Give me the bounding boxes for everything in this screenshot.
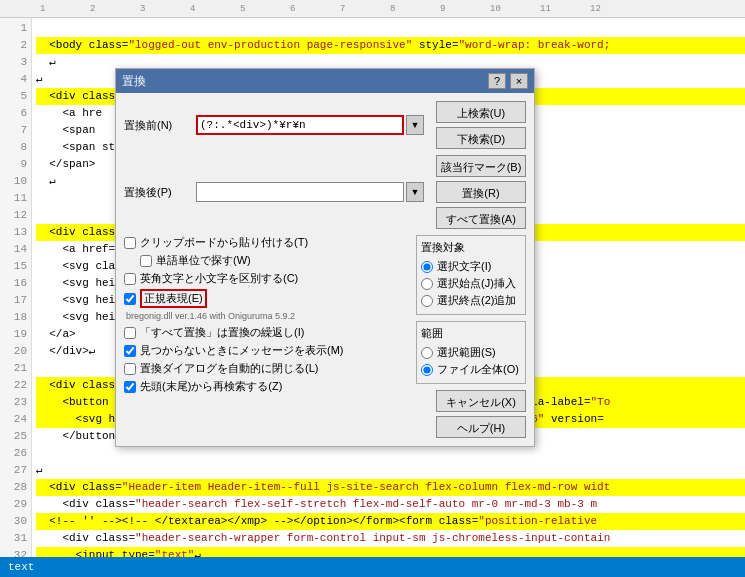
search-up-button[interactable]: 上検索(U) [436,101,526,123]
right-panel: 置換対象 選択文字(I) 選択始点(J)挿入 選択終点(2)追加 [416,235,526,438]
dialog-overlay: 置換 ? × 置換前(N) ▼ 上検索(U) 下検索(D) [0,0,745,577]
checkbox-wrap: 先頭(末尾)から再検索する(Z) [124,379,408,394]
repeat-label[interactable]: 「すべて置換」は置換の繰返し(I) [140,325,304,340]
target-selection-radio[interactable] [421,261,433,273]
msg-checkbox[interactable] [124,345,136,357]
scope-radio-selection: 選択範囲(S) [421,345,521,360]
help-button[interactable]: ヘルプ(H) [436,416,526,438]
wrap-label[interactable]: 先頭(末尾)から再検索する(Z) [140,379,282,394]
help-button-row: ヘルプ(H) [416,416,526,438]
scope-title: 範囲 [421,326,521,341]
replace-row: 置換後(P) ▼ 該当行マーク(B) 置換(R) すべて置換(A) [124,155,526,229]
replace-dropdown-button[interactable]: ▼ [406,182,424,202]
replace-button[interactable]: 置換(R) [436,181,526,203]
replace-input[interactable] [196,182,404,202]
case-checkbox[interactable] [124,273,136,285]
regex-checkbox[interactable] [124,293,136,305]
search-down-button[interactable]: 下検索(D) [436,127,526,149]
target-end-radio[interactable] [421,295,433,307]
scope-selection-label[interactable]: 選択範囲(S) [437,345,496,360]
dialog-left-panel: クリップボードから貼り付ける(T) 単語単位で探す(W) 英角文字と小文字を区別… [124,235,408,438]
replace-dialog: 置換 ? × 置換前(N) ▼ 上検索(U) 下検索(D) [115,68,535,447]
replace-input-wrapper: ▼ [196,182,424,202]
right-buttons-mid: 該当行マーク(B) 置換(R) すべて置換(A) [436,155,526,229]
target-start-radio[interactable] [421,278,433,290]
scope-file-radio[interactable] [421,364,433,376]
auto-close-checkbox[interactable] [124,363,136,375]
msg-label[interactable]: 見つからないときにメッセージを表示(M) [140,343,344,358]
regex-label[interactable]: 正規表現(E) [140,289,207,308]
auto-close-label[interactable]: 置換ダイアログを自動的に閉じる(L) [140,361,318,376]
target-title: 置換対象 [421,240,521,255]
scope-selection-radio[interactable] [421,347,433,359]
cancel-button[interactable]: キャンセル(X) [436,390,526,412]
target-end-label[interactable]: 選択終点(2)追加 [437,293,516,308]
word-label[interactable]: 単語単位で探す(W) [156,253,251,268]
checkbox-word: 単語単位で探す(W) [140,253,408,268]
replace-label: 置換後(P) [124,185,192,200]
find-row: 置換前(N) ▼ 上検索(U) 下検索(D) [124,101,526,149]
find-input-wrapper: ▼ [196,115,424,135]
clipboard-label[interactable]: クリップボードから貼り付ける(T) [140,235,308,250]
scope-group: 範囲 選択範囲(S) ファイル全体(O) [416,321,526,384]
checkbox-case: 英角文字と小文字を区別する(C) [124,271,408,286]
right-buttons-top: 上検索(U) 下検索(D) [436,101,526,149]
checkbox-msg: 見つからないときにメッセージを表示(M) [124,343,408,358]
dialog-main-area: クリップボードから貼り付ける(T) 単語単位で探す(W) 英角文字と小文字を区別… [124,235,526,438]
replace-all-button[interactable]: すべて置換(A) [436,207,526,229]
find-label: 置換前(N) [124,118,192,133]
bottom-buttons: キャンセル(X) [416,390,526,412]
checkbox-repeat: 「すべて置換」は置換の繰返し(I) [124,325,408,340]
dialog-content: 置換前(N) ▼ 上検索(U) 下検索(D) 置換後(P) ▼ 該当行 [116,93,534,446]
repeat-checkbox[interactable] [124,327,136,339]
checkbox-clipboard: クリップボードから貼り付ける(T) [124,235,408,250]
word-checkbox[interactable] [140,255,152,267]
clipboard-checkbox[interactable] [124,237,136,249]
target-radio-end: 選択終点(2)追加 [421,293,521,308]
wrap-checkbox[interactable] [124,381,136,393]
version-text: bregonig.dll ver.1.46 with Oniguruma 5.9… [126,311,408,321]
scope-file-label[interactable]: ファイル全体(O) [437,362,519,377]
target-start-label[interactable]: 選択始点(J)挿入 [437,276,516,291]
dialog-title: 置換 [122,73,146,90]
target-selection-label[interactable]: 選択文字(I) [437,259,491,274]
scope-radio-file: ファイル全体(O) [421,362,521,377]
dialog-help-button[interactable]: ? [488,73,506,89]
dialog-title-buttons: ? × [488,73,528,89]
case-label[interactable]: 英角文字と小文字を区別する(C) [140,271,298,286]
find-dropdown-button[interactable]: ▼ [406,115,424,135]
find-input[interactable] [196,115,404,135]
target-radio-selection: 選択文字(I) [421,259,521,274]
dialog-titlebar: 置換 ? × [116,69,534,93]
mark-line-button[interactable]: 該当行マーク(B) [436,155,526,177]
checkbox-regex: 正規表現(E) [124,289,408,308]
target-radio-start: 選択始点(J)挿入 [421,276,521,291]
target-group: 置換対象 選択文字(I) 選択始点(J)挿入 選択終点(2)追加 [416,235,526,315]
checkbox-auto-close: 置換ダイアログを自動的に閉じる(L) [124,361,408,376]
dialog-close-button[interactable]: × [510,73,528,89]
